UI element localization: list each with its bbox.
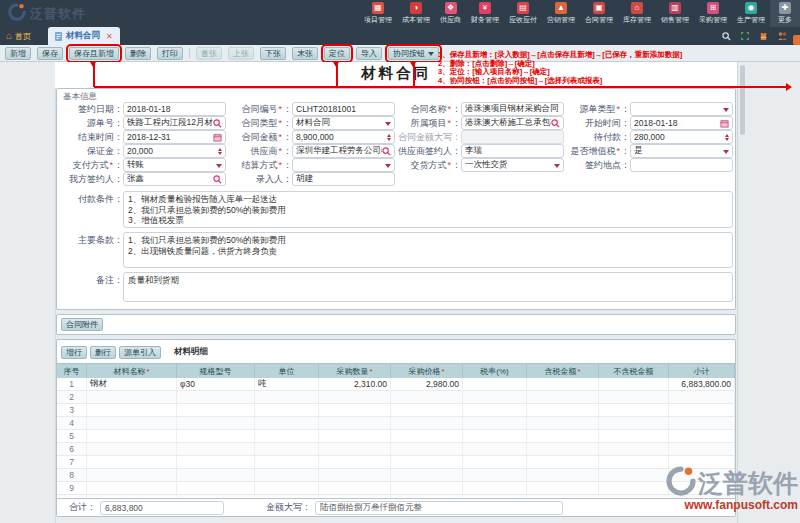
cell[interactable] — [391, 482, 463, 495]
field-start-date[interactable]: 2018-01-18 — [630, 116, 733, 130]
vest-icon[interactable] — [759, 32, 768, 41]
cell[interactable] — [391, 443, 463, 456]
amount-caps-input[interactable] — [315, 501, 563, 515]
users-icon[interactable] — [777, 31, 788, 41]
field-deposit[interactable]: 20,000 — [123, 144, 226, 158]
cell[interactable] — [255, 417, 319, 430]
fullscreen-icon[interactable] — [740, 31, 750, 41]
cell[interactable] — [463, 391, 527, 404]
tab-material-contract[interactable]: 材料合同 ✕ — [48, 27, 120, 45]
menu-item-8[interactable]: ⌂库存管理 — [618, 0, 656, 27]
cell[interactable] — [599, 391, 669, 404]
cell[interactable]: 10 — [57, 495, 87, 497]
cell[interactable] — [599, 404, 669, 417]
cell[interactable] — [463, 482, 527, 495]
field-source-no[interactable]: 铁路工程内江段12月材料需用计划 — [123, 116, 226, 130]
textarea-main-clauses[interactable]: 1、我们只承担总装卸费的50%的装卸费用 2、出现钢铁质量问题，供货方终身负责 — [123, 232, 733, 268]
cell[interactable] — [463, 456, 527, 469]
cell[interactable] — [599, 378, 669, 391]
cell[interactable] — [527, 482, 599, 495]
menu-item-12[interactable]: ✚更多 — [770, 0, 800, 27]
field-sign-date[interactable]: 2018-01-18 — [123, 102, 226, 116]
cell[interactable] — [669, 443, 735, 456]
menu-item-6[interactable]: ▲营销管理 — [542, 0, 580, 27]
cell[interactable] — [463, 469, 527, 482]
field-end-date[interactable]: 2018-12-31 — [123, 130, 226, 144]
cell[interactable] — [319, 469, 391, 482]
menu-item-11[interactable]: ◉生产管理 — [732, 0, 770, 27]
cell[interactable] — [319, 495, 391, 497]
next-button[interactable]: 下张 — [260, 47, 286, 60]
cell[interactable] — [527, 417, 599, 430]
locate-button[interactable]: 定位 — [324, 47, 350, 60]
cell[interactable] — [87, 404, 177, 417]
cell[interactable] — [255, 469, 319, 482]
cell[interactable] — [255, 404, 319, 417]
cell[interactable]: 2 — [57, 391, 87, 404]
field-our-signer[interactable]: 张鑫 — [123, 172, 226, 186]
cell[interactable]: 2,980.00 — [391, 378, 463, 391]
field-project[interactable]: 港珠澳大桥施工总承包项目 — [461, 116, 564, 130]
cell[interactable] — [319, 417, 391, 430]
cell[interactable] — [527, 456, 599, 469]
textarea-payment-terms[interactable]: 1、钢材质量检验报告随入库单一起送达 2、我们只承担总装卸费的50%的装卸费用 … — [123, 191, 733, 228]
cell[interactable] — [669, 417, 735, 430]
field-amount[interactable]: 8,900,000 — [292, 130, 395, 144]
save-and-new-button[interactable]: 保存且新增 — [69, 47, 119, 60]
cell[interactable] — [87, 391, 177, 404]
cell[interactable] — [177, 404, 255, 417]
cell[interactable]: 6,883,800.00 — [669, 378, 735, 391]
menu-item-9[interactable]: ▥销售管理 — [656, 0, 694, 27]
cell[interactable] — [599, 469, 669, 482]
cell[interactable] — [319, 456, 391, 469]
field-contract-name[interactable]: 港珠澳项目钢材采购合同 — [461, 102, 564, 116]
menu-item-3[interactable]: ❖供应商 — [435, 0, 466, 27]
cell[interactable] — [255, 495, 319, 497]
menu-item-7[interactable]: ▣合同管理 — [580, 0, 618, 27]
home-button[interactable]: ⌂ 首页 — [6, 27, 31, 45]
field-supplier[interactable]: 深圳华建工程劳务公司租赁 — [292, 144, 395, 158]
cell[interactable] — [319, 391, 391, 404]
delete-button[interactable]: 删除 — [125, 47, 151, 60]
field-entry-person[interactable]: 胡建 — [292, 172, 395, 186]
cell[interactable] — [87, 482, 177, 495]
cell[interactable] — [177, 430, 255, 443]
cell[interactable] — [391, 430, 463, 443]
cell[interactable] — [87, 417, 177, 430]
first-button[interactable]: 首张 — [196, 47, 222, 60]
cell[interactable]: 5 — [57, 430, 87, 443]
cell[interactable] — [527, 391, 599, 404]
cell[interactable] — [527, 469, 599, 482]
cell[interactable] — [463, 443, 527, 456]
cell[interactable]: 吨 — [255, 378, 319, 391]
cell[interactable] — [463, 378, 527, 391]
cell[interactable] — [669, 482, 735, 495]
cell[interactable] — [87, 495, 177, 497]
cell[interactable] — [599, 495, 669, 497]
cell[interactable]: 钢材 — [87, 378, 177, 391]
cell[interactable] — [391, 417, 463, 430]
cell[interactable] — [255, 430, 319, 443]
cell[interactable] — [391, 391, 463, 404]
collaborate-button[interactable]: 协同按钮 — [388, 47, 439, 60]
cell[interactable] — [255, 443, 319, 456]
cell[interactable] — [599, 430, 669, 443]
field-amount-caps[interactable] — [461, 130, 564, 144]
cell[interactable] — [527, 430, 599, 443]
menu-item-5[interactable]: ▤应收应付 — [504, 0, 542, 27]
attachment-button[interactable]: 合同附件 — [61, 318, 103, 331]
cell[interactable]: 6 — [57, 443, 87, 456]
print-button[interactable]: 打印 — [157, 47, 183, 60]
close-icon[interactable]: ✕ — [106, 32, 113, 41]
menu-item-2[interactable]: ◑成本管理 — [397, 0, 435, 27]
cell[interactable] — [463, 430, 527, 443]
cell[interactable] — [255, 456, 319, 469]
field-vat[interactable]: 是 — [630, 144, 733, 158]
scrollbar-thumb[interactable] — [740, 65, 745, 135]
field-delivery-method[interactable]: 一次性交货 — [461, 158, 564, 172]
cell[interactable] — [177, 469, 255, 482]
cell[interactable] — [669, 456, 735, 469]
cell[interactable] — [527, 443, 599, 456]
field-sign-place[interactable] — [630, 158, 733, 172]
cell[interactable] — [319, 430, 391, 443]
